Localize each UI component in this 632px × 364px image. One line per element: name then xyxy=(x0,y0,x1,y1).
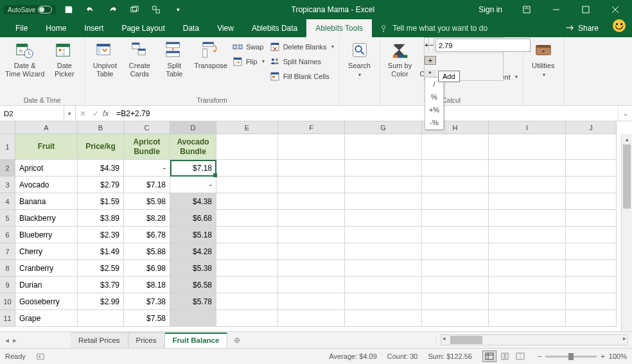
sheet-nav-first-icon[interactable]: ◂ xyxy=(5,336,9,345)
empty-header-9[interactable] xyxy=(566,134,617,160)
col-header-e[interactable]: E xyxy=(216,121,278,134)
row-header-3[interactable]: 3 xyxy=(0,177,15,193)
redo-icon[interactable] xyxy=(103,0,121,19)
sum-by-color-button[interactable]: Sum by Color xyxy=(385,40,415,78)
cell-c4[interactable]: $5.98 xyxy=(124,193,170,210)
col-header-c[interactable]: C xyxy=(124,121,170,134)
transpose-button[interactable]: Transpose xyxy=(194,40,227,70)
sheet-tab-prices[interactable]: Prices xyxy=(128,333,165,348)
cell-d6[interactable]: $5.18 xyxy=(170,227,216,243)
cell-a4[interactable]: Banana xyxy=(15,193,78,210)
cell-g8[interactable] xyxy=(345,260,422,277)
cell-i9[interactable] xyxy=(489,277,566,293)
col-header-g[interactable]: G xyxy=(345,121,422,134)
calc-op-pct[interactable]: % xyxy=(425,91,443,103)
cell-i3[interactable] xyxy=(489,177,566,193)
cell-d5[interactable]: $6.68 xyxy=(170,210,216,227)
cell-j5[interactable] xyxy=(566,210,617,227)
cell-g11[interactable] xyxy=(345,310,422,327)
spreadsheet-grid[interactable]: ABCDEFGHIJ 1234567891011 FruitPrice/kgAp… xyxy=(0,121,632,331)
cell-h6[interactable] xyxy=(422,227,489,243)
cell-a2[interactable]: Apricot xyxy=(15,160,78,177)
share-button[interactable]: Share xyxy=(557,19,606,37)
date-time-wizard-button[interactable]: fx Date & Time Wizard xyxy=(5,40,44,78)
cell-d10[interactable]: $5.78 xyxy=(170,293,216,310)
cell-j7[interactable] xyxy=(566,243,617,260)
tab-ablebits-data[interactable]: Ablebits Data xyxy=(243,19,306,37)
header-cell-1[interactable]: Price/kg xyxy=(78,134,124,160)
row-header-11[interactable]: 11 xyxy=(0,310,15,327)
cell-h2[interactable] xyxy=(422,160,489,177)
view-page-break-icon[interactable] xyxy=(513,351,527,362)
cell-e3[interactable] xyxy=(216,177,278,193)
cell-h8[interactable] xyxy=(422,260,489,277)
close-button[interactable] xyxy=(601,0,629,19)
col-header-i[interactable]: I xyxy=(489,121,566,134)
cell-a7[interactable]: Cherry xyxy=(15,243,78,260)
cell-i8[interactable] xyxy=(489,260,566,277)
sign-in-link[interactable]: Sign in xyxy=(478,5,502,14)
name-box-dropdown[interactable]: ▾ xyxy=(64,106,76,121)
cell-f9[interactable] xyxy=(278,277,345,293)
cell-d3[interactable]: - xyxy=(170,177,216,193)
swap-button[interactable]: Swap xyxy=(233,40,265,53)
cell-e11[interactable] xyxy=(216,310,278,327)
cell-d11[interactable] xyxy=(170,310,216,327)
header-cell-2[interactable]: Apricot Bundle xyxy=(124,134,170,160)
feedback-smiley-icon[interactable] xyxy=(613,19,626,32)
cell-i11[interactable] xyxy=(489,310,566,327)
cell-c10[interactable]: $7.38 xyxy=(124,293,170,310)
cell-a11[interactable]: Grape xyxy=(15,310,78,327)
cell-g7[interactable] xyxy=(345,243,422,260)
calc-plus-button[interactable]: + xyxy=(425,38,429,51)
row-header-7[interactable]: 7 xyxy=(0,243,15,260)
unpivot-table-button[interactable]: Unpivot Table xyxy=(90,40,119,78)
cell-h10[interactable] xyxy=(422,293,489,310)
tab-file[interactable]: File xyxy=(6,19,37,37)
cell-g9[interactable] xyxy=(345,277,422,293)
ribbon-display-button[interactable] xyxy=(513,0,541,19)
zoom-out-button[interactable]: − xyxy=(538,352,541,360)
cancel-formula-icon[interactable]: ✕ xyxy=(80,109,86,118)
cell-e10[interactable] xyxy=(216,293,278,310)
tab-data[interactable]: Data xyxy=(174,19,208,37)
row-header-1[interactable]: 1 xyxy=(0,134,15,160)
cell-f7[interactable] xyxy=(278,243,345,260)
cell-c6[interactable]: $6.78 xyxy=(124,227,170,243)
tab-home[interactable]: Home xyxy=(37,19,75,37)
sheet-tab-fruit-balance[interactable]: Fruit Balance xyxy=(165,333,228,348)
cell-i7[interactable] xyxy=(489,243,566,260)
vertical-scrollbar[interactable]: ▴ xyxy=(621,134,632,331)
zoom-level[interactable]: 100% xyxy=(609,352,627,360)
calc-op-minuspct[interactable]: -% xyxy=(425,116,443,129)
cell-h3[interactable] xyxy=(422,177,489,193)
cell-a10[interactable]: Gooseberry xyxy=(15,293,78,310)
cell-g3[interactable] xyxy=(345,177,422,193)
cell-e7[interactable] xyxy=(216,243,278,260)
col-header-a[interactable]: A xyxy=(15,121,78,134)
view-normal-icon[interactable] xyxy=(482,351,496,362)
cell-e8[interactable] xyxy=(216,260,278,277)
cell-i6[interactable] xyxy=(489,227,566,243)
cell-b9[interactable]: $3.79 xyxy=(78,277,124,293)
cell-j6[interactable] xyxy=(566,227,617,243)
cell-e6[interactable] xyxy=(216,227,278,243)
cell-f10[interactable] xyxy=(278,293,345,310)
autosave-toggle[interactable]: AutoSave xyxy=(4,5,56,14)
macro-recorder-icon[interactable] xyxy=(36,352,45,361)
col-header-f[interactable]: F xyxy=(278,121,345,134)
cell-e9[interactable] xyxy=(216,277,278,293)
col-header-j[interactable]: J xyxy=(566,121,617,134)
empty-header-6[interactable] xyxy=(345,134,422,160)
calc-value-input[interactable] xyxy=(435,39,531,52)
split-table-button[interactable]: Split Table xyxy=(159,40,189,78)
cell-g5[interactable] xyxy=(345,210,422,227)
cell-i2[interactable] xyxy=(489,160,566,177)
cell-f6[interactable] xyxy=(278,227,345,243)
cell-j8[interactable] xyxy=(566,260,617,277)
minimize-button[interactable] xyxy=(542,0,570,19)
cell-a6[interactable]: Blueberry xyxy=(15,227,78,243)
header-cell-3[interactable]: Avocado Bundle xyxy=(170,134,216,160)
cell-f2[interactable] xyxy=(278,160,345,177)
cell-j9[interactable] xyxy=(566,277,617,293)
